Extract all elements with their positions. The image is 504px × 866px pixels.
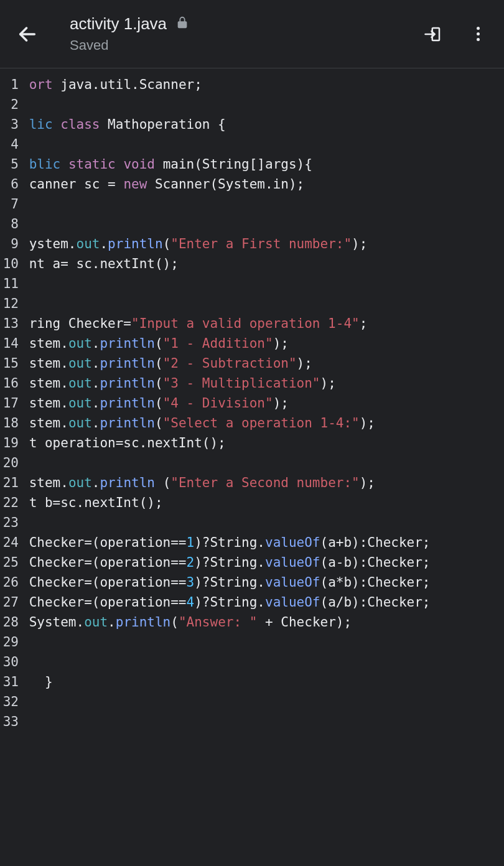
line-number: 28 bbox=[0, 612, 19, 632]
line-number: 33 bbox=[0, 712, 19, 732]
code-content[interactable]: ort java.util.Scanner; lic class Mathope… bbox=[19, 75, 504, 732]
code-line[interactable]: stem.out.println ("Enter a Second number… bbox=[21, 473, 504, 493]
line-number: 7 bbox=[0, 194, 19, 214]
code-line[interactable] bbox=[21, 294, 504, 314]
dot-icon bbox=[477, 27, 480, 30]
code-line[interactable]: blic static void main(String[]args){ bbox=[21, 154, 504, 174]
code-line[interactable] bbox=[21, 712, 504, 732]
code-line[interactable]: stem.out.println("3 - Multiplication"); bbox=[21, 373, 504, 393]
line-number: 16 bbox=[0, 373, 19, 393]
code-line[interactable] bbox=[21, 692, 504, 712]
line-number: 9 bbox=[0, 234, 19, 254]
code-line[interactable]: Checker=(operation==3)?String.valueOf(a*… bbox=[21, 572, 504, 592]
lock-icon bbox=[175, 16, 189, 32]
code-line[interactable]: stem.out.println("Select a operation 1-4… bbox=[21, 413, 504, 433]
line-number: 12 bbox=[0, 294, 19, 314]
editor-header: activity 1.java Saved bbox=[0, 0, 504, 68]
code-line[interactable]: lic class Mathoperation { bbox=[21, 114, 504, 134]
line-number: 22 bbox=[0, 493, 19, 513]
line-number: 20 bbox=[0, 453, 19, 473]
code-line[interactable] bbox=[21, 513, 504, 533]
line-number: 15 bbox=[0, 353, 19, 373]
line-number-gutter: 1234567891011121314151617181920212223242… bbox=[0, 75, 19, 732]
code-line[interactable]: Checker=(operation==2)?String.valueOf(a-… bbox=[21, 552, 504, 572]
line-number: 13 bbox=[0, 314, 19, 333]
code-line[interactable] bbox=[21, 214, 504, 234]
title-block: activity 1.java Saved bbox=[70, 14, 422, 54]
line-number: 10 bbox=[0, 254, 19, 274]
code-line[interactable] bbox=[21, 134, 504, 154]
code-line[interactable]: canner sc = new Scanner(System.in); bbox=[21, 174, 504, 194]
line-number: 25 bbox=[0, 552, 19, 572]
code-editor[interactable]: 1234567891011121314151617181920212223242… bbox=[0, 68, 504, 732]
line-number: 31 bbox=[0, 672, 19, 692]
code-line[interactable]: ring Checker="Input a valid operation 1-… bbox=[21, 314, 504, 333]
code-line[interactable]: ort java.util.Scanner; bbox=[21, 75, 504, 95]
line-number: 8 bbox=[0, 214, 19, 234]
line-number: 3 bbox=[0, 114, 19, 134]
line-number: 1 bbox=[0, 75, 19, 95]
line-number: 29 bbox=[0, 632, 19, 652]
line-number: 26 bbox=[0, 572, 19, 592]
line-number: 32 bbox=[0, 692, 19, 712]
code-line[interactable]: t operation=sc.nextInt(); bbox=[21, 433, 504, 453]
header-actions bbox=[422, 23, 489, 45]
line-number: 21 bbox=[0, 473, 19, 493]
line-number: 2 bbox=[0, 95, 19, 114]
code-line[interactable]: Checker=(operation==4)?String.valueOf(a/… bbox=[21, 592, 504, 612]
line-number: 24 bbox=[0, 533, 19, 552]
line-number: 27 bbox=[0, 592, 19, 612]
line-number: 19 bbox=[0, 433, 19, 453]
code-line[interactable]: System.out.println("Answer: " + Checker)… bbox=[21, 612, 504, 632]
code-line[interactable] bbox=[21, 95, 504, 114]
line-number: 11 bbox=[0, 274, 19, 294]
code-line[interactable] bbox=[21, 632, 504, 652]
code-line[interactable]: ystem.out.println("Enter a First number:… bbox=[21, 234, 504, 254]
code-line[interactable]: stem.out.println("4 - Division"); bbox=[21, 393, 504, 413]
dot-icon bbox=[477, 32, 480, 35]
line-number: 18 bbox=[0, 413, 19, 433]
line-number: 6 bbox=[0, 174, 19, 194]
line-number: 5 bbox=[0, 154, 19, 174]
arrow-left-icon bbox=[17, 24, 38, 45]
code-line[interactable] bbox=[21, 652, 504, 672]
code-line[interactable]: Checker=(operation==1)?String.valueOf(a+… bbox=[21, 533, 504, 552]
code-line[interactable] bbox=[21, 274, 504, 294]
import-button[interactable] bbox=[422, 23, 444, 45]
saved-status: Saved bbox=[70, 37, 422, 54]
back-button[interactable] bbox=[15, 22, 40, 47]
line-number: 23 bbox=[0, 513, 19, 533]
import-icon bbox=[424, 25, 442, 44]
code-line[interactable] bbox=[21, 453, 504, 473]
code-line[interactable]: nt a= sc.nextInt(); bbox=[21, 254, 504, 274]
line-number: 30 bbox=[0, 652, 19, 672]
code-line[interactable] bbox=[21, 194, 504, 214]
filename: activity 1.java bbox=[70, 14, 167, 34]
more-menu-button[interactable] bbox=[467, 23, 489, 45]
line-number: 4 bbox=[0, 134, 19, 154]
line-number: 14 bbox=[0, 333, 19, 353]
code-line[interactable]: t b=sc.nextInt(); bbox=[21, 493, 504, 513]
dot-icon bbox=[477, 38, 480, 41]
code-line[interactable]: } bbox=[21, 672, 504, 692]
line-number: 17 bbox=[0, 393, 19, 413]
code-line[interactable]: stem.out.println("2 - Subtraction"); bbox=[21, 353, 504, 373]
code-line[interactable]: stem.out.println("1 - Addition"); bbox=[21, 333, 504, 353]
